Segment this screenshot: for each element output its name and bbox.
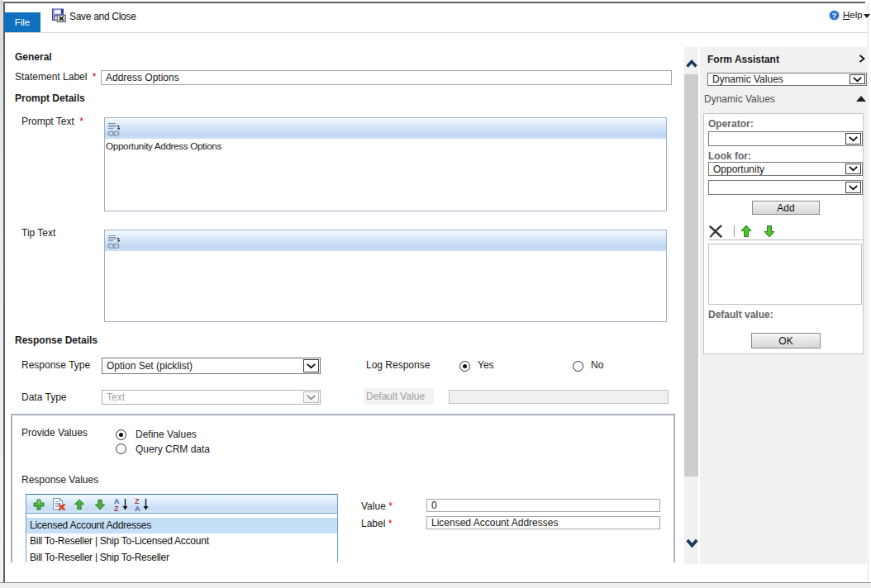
svg-text:Z: Z: [114, 505, 119, 512]
svg-text:?: ?: [832, 11, 837, 20]
svg-text:A: A: [135, 505, 140, 512]
